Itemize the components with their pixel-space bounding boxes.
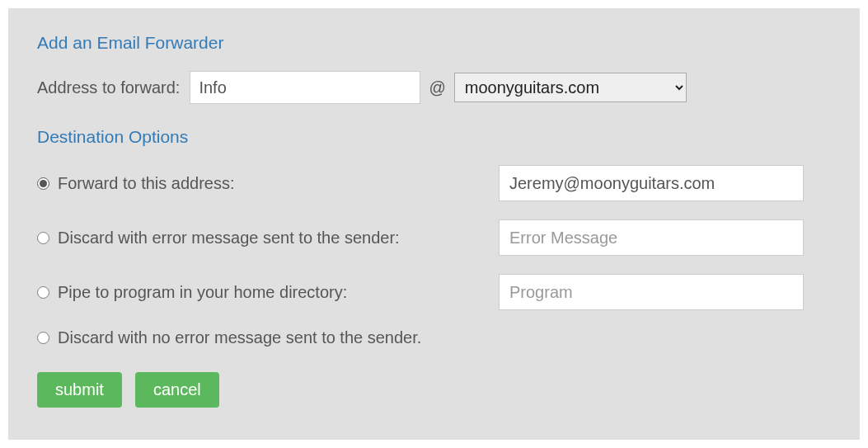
option-forward-row: Forward to this address: xyxy=(37,165,831,201)
button-row: submit cancel xyxy=(37,372,831,408)
discard-silent-radio[interactable] xyxy=(37,332,49,344)
address-row: Address to forward: @ moonyguitars.com xyxy=(37,71,831,104)
pipe-radio[interactable] xyxy=(37,286,49,299)
discard-error-label: Discard with error message sent to the s… xyxy=(58,229,400,248)
cancel-button[interactable]: cancel xyxy=(135,372,219,408)
at-symbol: @ xyxy=(429,78,445,97)
add-forwarder-title: Add an Email Forwarder xyxy=(37,33,831,53)
address-to-forward-label: Address to forward: xyxy=(37,78,180,97)
option-discard-silent-row: Discard with no error message sent to th… xyxy=(37,328,831,347)
program-input[interactable] xyxy=(499,274,804,310)
forward-label: Forward to this address: xyxy=(58,174,235,193)
discard-silent-label: Discard with no error message sent to th… xyxy=(58,328,421,347)
destination-options-title: Destination Options xyxy=(37,127,831,147)
email-forwarder-panel: Add an Email Forwarder Address to forwar… xyxy=(8,8,860,440)
error-message-input[interactable] xyxy=(499,219,804,256)
discard-error-radio[interactable] xyxy=(37,232,49,244)
pipe-label: Pipe to program in your home directory: xyxy=(58,283,347,302)
domain-select[interactable]: moonyguitars.com xyxy=(454,73,687,102)
address-input[interactable] xyxy=(190,71,420,104)
forward-radio[interactable] xyxy=(37,177,49,190)
option-pipe-row: Pipe to program in your home directory: xyxy=(37,274,831,310)
submit-button[interactable]: submit xyxy=(37,372,122,408)
option-discard-error-row: Discard with error message sent to the s… xyxy=(37,219,831,256)
forward-address-input[interactable] xyxy=(499,165,804,201)
